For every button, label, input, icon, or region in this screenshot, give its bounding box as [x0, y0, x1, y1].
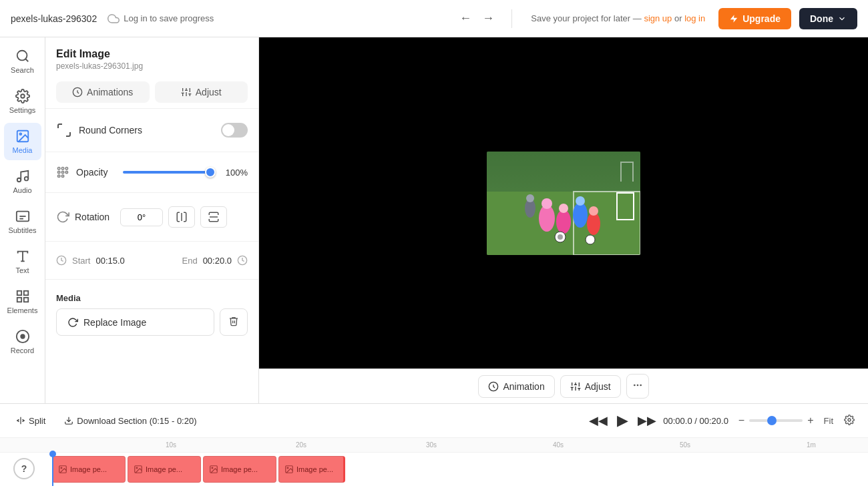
opacity-section: Opacity 100%: [45, 152, 258, 192]
gear-icon: [844, 415, 855, 425]
sidebar-item-subtitles[interactable]: Subtitles: [4, 203, 41, 240]
done-button[interactable]: Done: [799, 8, 857, 29]
adjust-tool-icon: [570, 381, 581, 392]
split-button[interactable]: Split: [11, 413, 51, 429]
canvas-container[interactable]: [259, 37, 868, 369]
sidebar-item-media[interactable]: Media: [4, 123, 41, 160]
sidebar-item-elements[interactable]: Elements: [4, 283, 41, 320]
opacity-slider[interactable]: [123, 171, 216, 174]
svg-point-48: [573, 202, 588, 228]
clip-image-icon-4: [284, 465, 294, 474]
clip-3[interactable]: Image pe...: [203, 456, 276, 483]
rotation-row: Rotation: [56, 201, 248, 233]
panel-tabs: Animations Adjust: [45, 76, 258, 108]
sidebar-label-media: Media: [13, 146, 33, 154]
fit-button[interactable]: Fit: [819, 413, 839, 429]
panel-title: Edit Image: [56, 48, 248, 60]
svg-point-69: [640, 385, 642, 387]
clip-2[interactable]: Image pe...: [128, 456, 201, 483]
edit-panel: Edit Image pexels-lukas-296301.jpg Anima…: [45, 37, 259, 403]
sidebar-item-search[interactable]: Search: [4, 43, 41, 80]
svg-point-17: [20, 334, 25, 338]
start-value: 00:15.0: [95, 256, 124, 266]
filename: pexels-lukas-296302: [11, 13, 97, 24]
svg-point-2: [21, 94, 25, 98]
redo-button[interactable]: →: [478, 7, 498, 29]
svg-rect-40: [487, 152, 640, 192]
sidebar-label-settings: Settings: [9, 106, 36, 114]
replace-image-button[interactable]: Replace Image: [56, 308, 214, 336]
timeline-settings-button[interactable]: [841, 412, 857, 430]
adjust-tab-icon: [181, 87, 192, 97]
tab-adjust[interactable]: Adjust: [155, 81, 248, 103]
svg-point-80: [287, 467, 288, 469]
fast-forward-button[interactable]: ▶▶: [635, 411, 659, 431]
panel-header: Edit Image pexels-lukas-296301.jpg: [45, 37, 258, 76]
help-button[interactable]: ?: [13, 458, 35, 479]
timeline-toolbar: Split Download Section (0:15 - 0:20) ◀◀ …: [0, 404, 868, 438]
sidebar-item-text[interactable]: Text: [4, 243, 41, 280]
sidebar-item-audio[interactable]: Audio: [4, 163, 41, 200]
svg-point-30: [65, 168, 67, 170]
round-corners-icon: [56, 122, 72, 138]
svg-point-68: [636, 385, 638, 387]
svg-point-72: [848, 419, 851, 421]
svg-point-76: [136, 467, 138, 469]
rotation-icon: [56, 210, 69, 224]
sidebar-item-settings[interactable]: Settings: [4, 83, 41, 120]
zoom-slider[interactable]: [749, 419, 803, 422]
cursor-head: [49, 451, 56, 457]
timeline-content[interactable]: 10s 20s 30s 40s 50s 1m Imag: [0, 438, 868, 490]
clip-4[interactable]: Image pe...: [278, 456, 345, 483]
sidebar-item-record[interactable]: Record: [4, 323, 41, 360]
adjust-tool-button[interactable]: Adjust: [560, 375, 621, 398]
svg-point-47: [559, 204, 568, 213]
opacity-value: 100%: [222, 168, 248, 178]
delete-button[interactable]: [220, 308, 248, 336]
clock-icon: [56, 255, 67, 266]
topbar: pexels-lukas-296302 Log in to save progr…: [0, 0, 868, 37]
round-corners-toggle[interactable]: [221, 123, 248, 138]
divider: [511, 9, 512, 28]
svg-point-67: [634, 385, 636, 387]
more-options-button[interactable]: [626, 374, 649, 399]
round-corners-section: Round Corners: [45, 108, 258, 152]
opacity-icon: [56, 166, 69, 179]
flip-horizontal-button[interactable]: [168, 206, 195, 228]
svg-point-6: [24, 177, 28, 181]
tab-animations[interactable]: Animations: [56, 81, 150, 103]
svg-point-4: [19, 133, 21, 135]
clip-label-4: Image pe...: [296, 465, 333, 473]
clip-image-icon-3: [209, 465, 218, 474]
flip-vertical-button[interactable]: [200, 206, 227, 228]
zoom-in-button[interactable]: +: [805, 413, 815, 429]
more-icon: [632, 380, 643, 391]
rotation-input[interactable]: [120, 208, 163, 226]
zoom-out-button[interactable]: −: [736, 413, 746, 429]
svg-line-1: [25, 59, 28, 61]
upgrade-button[interactable]: Upgrade: [718, 8, 791, 29]
ruler-10s: 10s: [166, 441, 176, 449]
rewind-button[interactable]: ◀◀: [586, 411, 610, 431]
svg-rect-12: [17, 291, 21, 295]
clip-1[interactable]: Image pe...: [52, 456, 126, 483]
sign-up-link[interactable]: sign up: [644, 13, 672, 23]
play-button[interactable]: ▶: [614, 409, 631, 432]
animation-tool-button[interactable]: Animation: [478, 375, 554, 398]
undo-button[interactable]: ←: [455, 7, 475, 29]
settings-icon: [15, 89, 30, 103]
svg-point-45: [541, 198, 552, 209]
time-row: Start 00:15.0 End 00:20.0: [56, 250, 248, 271]
svg-point-56: [526, 194, 534, 202]
download-section-button[interactable]: Download Section (0:15 - 0:20): [59, 413, 202, 429]
svg-rect-13: [23, 291, 27, 295]
save-indicator: Log in to save progress: [107, 13, 214, 25]
sidebar-label-subtitles: Subtitles: [8, 226, 36, 234]
trash-icon: [228, 316, 239, 326]
svg-point-31: [58, 171, 60, 173]
round-corners-label: Round Corners: [79, 125, 214, 136]
svg-point-74: [61, 467, 62, 469]
svg-point-0: [17, 51, 27, 61]
svg-point-33: [65, 171, 67, 173]
log-in-link[interactable]: log in: [684, 13, 705, 23]
